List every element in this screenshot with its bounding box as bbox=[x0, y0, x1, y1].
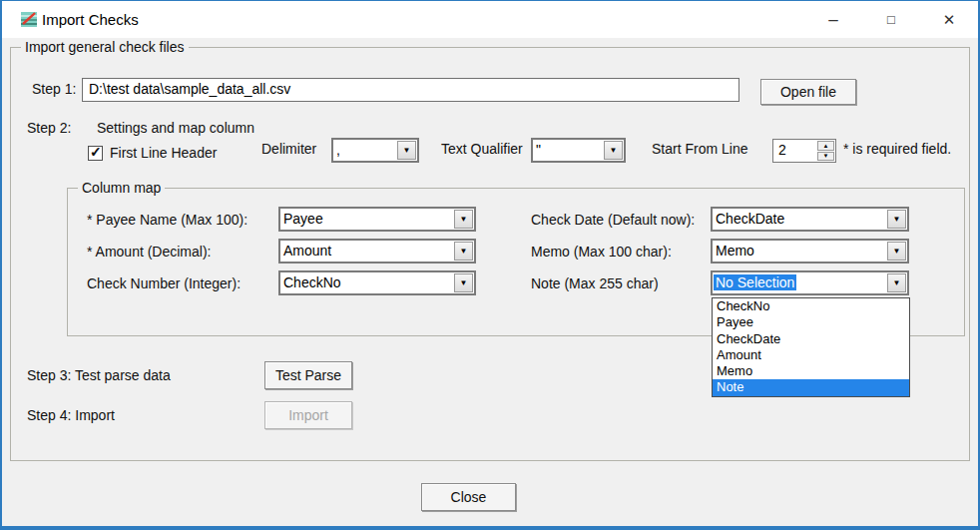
import-button: Import bbox=[264, 401, 352, 429]
dropdown-arrow-icon[interactable]: ▼ bbox=[887, 273, 906, 292]
amount-label: * Amount (Decimal): bbox=[87, 244, 211, 260]
dropdown-option[interactable]: Memo bbox=[713, 363, 909, 379]
payee-value: Payee bbox=[283, 211, 323, 227]
memo-value: Memo bbox=[716, 243, 754, 259]
dropdown-arrow-icon[interactable]: ▼ bbox=[887, 242, 906, 261]
step2-title: Settings and map column bbox=[97, 120, 254, 136]
first-line-header-checkbox[interactable]: ✓ bbox=[88, 146, 103, 161]
text-qualifier-value: " bbox=[536, 142, 541, 158]
dropdown-arrow-icon[interactable]: ▼ bbox=[887, 210, 906, 229]
check-date-value: CheckDate bbox=[716, 211, 784, 227]
dialog-body: Import general check files Step 1: D:\te… bbox=[2, 38, 978, 526]
check-date-combobox[interactable]: CheckDate ▼ bbox=[711, 207, 909, 232]
close-icon[interactable]: ✕ bbox=[920, 1, 978, 38]
window-title: Import Checks bbox=[42, 1, 139, 38]
note-label: Note (Max 255 char) bbox=[531, 275, 659, 291]
start-from-line-value: 2 bbox=[778, 142, 786, 158]
import-checks-dialog: Import Checks – □ ✕ Import general check… bbox=[0, 0, 980, 530]
delimiter-value: , bbox=[336, 142, 340, 158]
check-number-value: CheckNo bbox=[283, 274, 341, 290]
dropdown-arrow-icon[interactable]: ▼ bbox=[604, 141, 623, 160]
dropdown-arrow-icon[interactable]: ▼ bbox=[454, 273, 473, 292]
required-field-note: * is required field. bbox=[843, 141, 951, 157]
check-number-combobox[interactable]: CheckNo ▼ bbox=[278, 270, 476, 295]
dropdown-option[interactable]: CheckDate bbox=[713, 331, 909, 347]
maximize-icon[interactable]: □ bbox=[862, 1, 920, 38]
checkmark-icon: ✓ bbox=[90, 144, 102, 160]
minimize-icon[interactable]: – bbox=[804, 1, 862, 38]
note-value: No Selection bbox=[714, 274, 796, 290]
amount-value: Amount bbox=[283, 243, 331, 259]
spin-up-icon[interactable]: ▲ bbox=[817, 141, 834, 151]
title-bar[interactable]: Import Checks – □ ✕ bbox=[2, 1, 978, 38]
step1-label: Step 1: bbox=[32, 81, 76, 97]
start-from-line-spinner[interactable]: 2 ▲ ▼ bbox=[772, 139, 836, 163]
column-map-title: Column map bbox=[78, 180, 165, 196]
note-dropdown-list: CheckNo Payee CheckDate Amount Memo Note bbox=[712, 297, 910, 397]
step3-label: Step 3: Test parse data bbox=[27, 367, 171, 383]
dropdown-option[interactable]: Amount bbox=[713, 347, 909, 363]
group-title: Import general check files bbox=[21, 39, 189, 55]
note-combobox[interactable]: No Selection ▼ bbox=[711, 270, 909, 295]
start-from-line-label: Start From Line bbox=[652, 141, 747, 157]
step2-label: Step 2: bbox=[27, 120, 71, 136]
first-line-header-label: First Line Header bbox=[110, 145, 217, 161]
dropdown-arrow-icon[interactable]: ▼ bbox=[397, 141, 416, 160]
test-parse-button[interactable]: Test Parse bbox=[264, 361, 352, 389]
amount-combobox[interactable]: Amount ▼ bbox=[278, 239, 476, 264]
delimiter-label: Delimiter bbox=[261, 141, 316, 157]
delimiter-combobox[interactable]: , ▼ bbox=[331, 138, 419, 163]
spin-down-icon[interactable]: ▼ bbox=[817, 152, 834, 162]
memo-combobox[interactable]: Memo ▼ bbox=[711, 239, 909, 264]
caption-buttons: – □ ✕ bbox=[804, 1, 978, 38]
open-file-button[interactable]: Open file bbox=[760, 79, 856, 105]
check-date-label: Check Date (Default now): bbox=[531, 212, 695, 228]
dropdown-arrow-icon[interactable]: ▼ bbox=[454, 242, 473, 261]
dropdown-arrow-icon[interactable]: ▼ bbox=[454, 210, 473, 229]
step4-label: Step 4: Import bbox=[27, 407, 115, 423]
dropdown-option[interactable]: Payee bbox=[713, 314, 909, 330]
app-icon bbox=[21, 11, 38, 28]
check-number-label: Check Number (Integer): bbox=[87, 275, 241, 291]
payee-combobox[interactable]: Payee ▼ bbox=[278, 207, 476, 232]
text-qualifier-combobox[interactable]: " ▼ bbox=[531, 138, 626, 163]
payee-name-label: * Payee Name (Max 100): bbox=[87, 212, 247, 228]
file-path-input[interactable]: D:\test data\sample_data_all.csv bbox=[82, 78, 739, 102]
dropdown-option[interactable]: CheckNo bbox=[713, 298, 909, 314]
memo-label: Memo (Max 100 char): bbox=[531, 244, 672, 260]
spinner-buttons: ▲ ▼ bbox=[817, 141, 834, 161]
text-qualifier-label: Text Qualifier bbox=[441, 141, 523, 157]
close-button[interactable]: Close bbox=[421, 483, 516, 511]
dropdown-option-selected[interactable]: Note bbox=[713, 379, 909, 395]
